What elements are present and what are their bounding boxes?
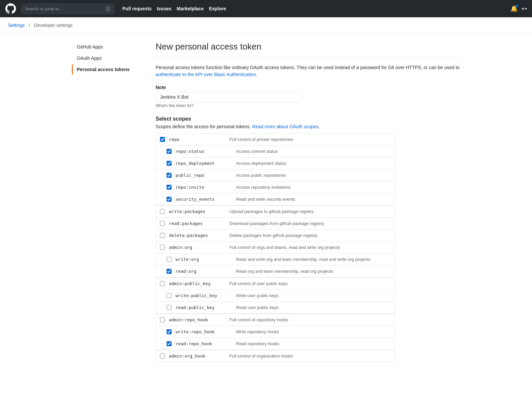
scope-checkbox-repo[interactable] bbox=[160, 137, 165, 142]
scope-name-repo: repo bbox=[169, 137, 225, 142]
scope-desc-write-org: Read and write org and team membership, … bbox=[236, 257, 391, 262]
scope-desc-repo-invite: Access repository invitations bbox=[236, 185, 391, 190]
scope-name-read-packages: read:packages bbox=[169, 221, 225, 226]
scopes-desc: Scopes define the access for personal to… bbox=[156, 124, 460, 129]
github-logo[interactable] bbox=[5, 3, 16, 14]
scope-checkbox-admin-org[interactable] bbox=[160, 245, 165, 250]
note-section: Note What's this token for? bbox=[156, 85, 460, 108]
scope-name-read-org: read:org bbox=[176, 269, 232, 274]
scope-checkbox-write-packages[interactable] bbox=[160, 209, 165, 214]
scope-checkbox-admin-repo-hook[interactable] bbox=[160, 317, 165, 322]
oauth-scopes-link[interactable]: Read more about OAuth scopes bbox=[252, 124, 319, 129]
scope-name-security-events: security_events bbox=[176, 197, 232, 202]
scope-checkbox-read-repo-hook[interactable] bbox=[167, 341, 172, 346]
scope-name-write-repo-hook: write:repo_hook bbox=[176, 329, 232, 334]
scope-row-read-repo-hook: read:repo_hook Read repository hooks bbox=[156, 338, 395, 350]
scopes-section: Select scopes Scopes define the access f… bbox=[156, 116, 460, 362]
scope-checkbox-read-org[interactable] bbox=[167, 269, 172, 274]
scope-checkbox-repo-invite[interactable] bbox=[167, 185, 172, 190]
scope-row-admin-public-key: admin:public_key Full control of user pu… bbox=[156, 277, 395, 290]
scope-desc-read-public-key: Read user public keys bbox=[236, 305, 391, 310]
breadcrumb: Settings / Developer settings bbox=[0, 17, 532, 34]
scope-checkbox-repo-status[interactable] bbox=[167, 149, 172, 154]
header-actions: 🔔 + ▾ bbox=[510, 5, 527, 12]
scope-row-write-packages: write:packages Upload packages to github… bbox=[156, 205, 395, 218]
scope-checkbox-write-org[interactable] bbox=[167, 257, 172, 262]
nav-issues[interactable]: Issues bbox=[157, 6, 172, 11]
main-nav: Pull requests Issues Marketplace Explore bbox=[122, 6, 226, 11]
scope-row-admin-repo-hook: admin:repo_hook Full control of reposito… bbox=[156, 314, 395, 326]
scope-desc-read-org: Read org and team membership, read org p… bbox=[236, 269, 391, 274]
scope-row-security-events: security_events Read and write security … bbox=[156, 193, 395, 205]
sidebar-item-personal-access-tokens[interactable]: Personal access tokens bbox=[72, 64, 145, 75]
scope-name-write-packages: write:packages bbox=[169, 209, 225, 214]
scope-row-write-org: write:org Read and write org and team me… bbox=[156, 254, 395, 265]
scope-desc-read-repo-hook: Read repository hooks bbox=[236, 341, 391, 346]
scope-name-delete-packages: delete:packages bbox=[169, 233, 225, 238]
scope-checkbox-write-public-key[interactable] bbox=[167, 293, 172, 298]
scope-name-admin-org-hook: admin:org_hook bbox=[169, 354, 225, 358]
scope-name-public-repo: public_repo bbox=[176, 173, 232, 178]
scope-desc-repo-deployment: Access deployment status bbox=[236, 161, 391, 166]
plus-icon: + bbox=[522, 6, 524, 11]
scope-row-repo-invite: repo:invite Access repository invitation… bbox=[156, 181, 395, 193]
scope-name-repo-deployment: repo_deployment bbox=[176, 161, 232, 166]
scope-desc-delete-packages: Delete packages from github package regi… bbox=[229, 233, 391, 238]
scope-checkbox-read-packages[interactable] bbox=[160, 221, 165, 226]
scope-row-write-public-key: write:public_key Write user public keys bbox=[156, 290, 395, 302]
breadcrumb-current: Developer settings bbox=[34, 23, 72, 28]
note-hint: What's this token for? bbox=[156, 103, 460, 108]
search-shortcut: / bbox=[105, 6, 111, 12]
nav-pull-requests[interactable]: Pull requests bbox=[122, 6, 152, 11]
sidebar-item-oauth-apps[interactable]: OAuth Apps bbox=[72, 53, 145, 63]
scope-desc-write-repo-hook: Write repository hooks bbox=[236, 329, 391, 334]
page-title: New personal access token bbox=[156, 42, 460, 57]
intro-text: Personal access tokens function like ord… bbox=[156, 64, 460, 78]
nav-marketplace[interactable]: Marketplace bbox=[177, 6, 204, 11]
notifications-button[interactable]: 🔔 bbox=[510, 5, 518, 12]
scope-row-admin-org: admin:org Full control of orgs and teams… bbox=[156, 242, 395, 254]
scope-row-public-repo: public_repo Access public repositories bbox=[156, 169, 395, 181]
scope-checkbox-public-repo[interactable] bbox=[167, 173, 172, 178]
scope-desc-admin-org-hook: Full control of organization hooks bbox=[229, 354, 391, 358]
scope-checkbox-delete-packages[interactable] bbox=[160, 233, 165, 238]
breadcrumb-settings[interactable]: Settings bbox=[8, 23, 25, 28]
note-input[interactable] bbox=[156, 92, 302, 102]
scope-desc-repo-status: Access commit status bbox=[236, 149, 391, 154]
main-content: New personal access token Personal acces… bbox=[156, 42, 460, 362]
scope-name-admin-org: admin:org bbox=[169, 245, 225, 250]
scope-checkbox-admin-org-hook[interactable] bbox=[160, 354, 165, 358]
nav-explore[interactable]: Explore bbox=[209, 6, 226, 11]
scope-checkbox-write-repo-hook[interactable] bbox=[167, 329, 172, 334]
scopes-table: repo Full control of private repositorie… bbox=[156, 133, 395, 362]
sidebar-item-github-apps[interactable]: GitHub Apps bbox=[72, 42, 145, 52]
scope-checkbox-repo-deployment[interactable] bbox=[167, 161, 172, 166]
scope-checkbox-security-events[interactable] bbox=[167, 197, 172, 202]
scope-desc-security-events: Read and write security events bbox=[236, 197, 391, 202]
scope-name-read-public-key: read:public_key bbox=[176, 305, 232, 310]
scope-checkbox-admin-public-key[interactable] bbox=[160, 281, 165, 286]
scope-row-delete-packages: delete:packages Delete packages from git… bbox=[156, 230, 395, 242]
scope-row-read-packages: read:packages Download packages from git… bbox=[156, 218, 395, 230]
scope-desc-admin-repo-hook: Full control of repository hooks bbox=[229, 317, 391, 322]
page-layout: GitHub Apps OAuth Apps Personal access t… bbox=[66, 34, 466, 370]
note-label: Note bbox=[156, 85, 460, 90]
scope-checkbox-read-public-key[interactable] bbox=[167, 305, 172, 310]
api-auth-link[interactable]: authenticate to the API over Basic Authe… bbox=[156, 72, 256, 77]
scope-name-repo-status: repo:status bbox=[176, 149, 232, 154]
new-item-button[interactable]: + ▾ bbox=[522, 6, 527, 11]
notification-dot bbox=[515, 5, 518, 7]
scope-name-admin-public-key: admin:public_key bbox=[169, 281, 225, 286]
scope-row-repo-status: repo:status Access commit status bbox=[156, 146, 395, 157]
scope-desc-public-repo: Access public repositories bbox=[236, 173, 391, 178]
scope-row-read-org: read:org Read org and team membership, r… bbox=[156, 265, 395, 277]
scopes-title: Select scopes bbox=[156, 116, 460, 122]
header: Search or jump to... / Pull requests Iss… bbox=[0, 0, 532, 17]
search-bar[interactable]: Search or jump to... / bbox=[21, 4, 114, 14]
scope-desc-repo: Full control of private repositories bbox=[229, 137, 391, 142]
scope-name-write-org: write:org bbox=[176, 257, 232, 262]
breadcrumb-separator: / bbox=[29, 23, 30, 28]
scope-name-repo-invite: repo:invite bbox=[176, 185, 232, 190]
scope-row-read-public-key: read:public_key Read user public keys bbox=[156, 302, 395, 314]
scope-name-read-repo-hook: read:repo_hook bbox=[176, 341, 232, 346]
